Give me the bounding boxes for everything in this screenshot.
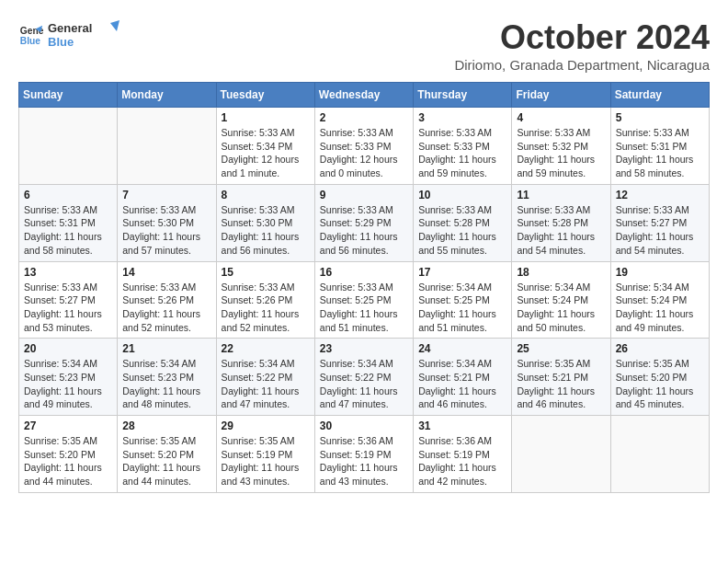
day-number: 20 bbox=[24, 342, 112, 355]
day-number: 12 bbox=[616, 189, 704, 201]
day-info: Sunrise: 5:33 AM Sunset: 5:25 PM Dayligh… bbox=[320, 281, 408, 335]
day-number: 21 bbox=[122, 342, 210, 355]
calendar-cell: 3Sunrise: 5:33 AM Sunset: 5:33 PM Daylig… bbox=[414, 108, 512, 185]
calendar-cell: 31Sunrise: 5:36 AM Sunset: 5:19 PM Dayli… bbox=[414, 416, 512, 493]
calendar-cell: 16Sunrise: 5:33 AM Sunset: 5:25 PM Dayli… bbox=[314, 261, 413, 339]
calendar-body: 1Sunrise: 5:33 AM Sunset: 5:34 PM Daylig… bbox=[19, 108, 710, 493]
day-info: Sunrise: 5:34 AM Sunset: 5:23 PM Dayligh… bbox=[24, 357, 112, 411]
day-info: Sunrise: 5:33 AM Sunset: 5:34 PM Dayligh… bbox=[222, 126, 310, 180]
day-number: 19 bbox=[616, 266, 704, 279]
svg-marker-5 bbox=[110, 20, 119, 31]
logo: General Blue General Blue bbox=[18, 18, 121, 52]
day-info: Sunrise: 5:33 AM Sunset: 5:30 PM Dayligh… bbox=[222, 203, 310, 258]
day-info: Sunrise: 5:33 AM Sunset: 5:28 PM Dayligh… bbox=[517, 203, 605, 258]
calendar-cell: 20Sunrise: 5:34 AM Sunset: 5:23 PM Dayli… bbox=[19, 339, 118, 416]
day-number: 11 bbox=[517, 189, 605, 201]
day-number: 24 bbox=[418, 342, 506, 355]
calendar-cell: 8Sunrise: 5:33 AM Sunset: 5:30 PM Daylig… bbox=[216, 184, 314, 261]
day-info: Sunrise: 5:33 AM Sunset: 5:26 PM Dayligh… bbox=[122, 281, 210, 335]
calendar-cell: 21Sunrise: 5:34 AM Sunset: 5:23 PM Dayli… bbox=[118, 339, 216, 416]
calendar-cell: 18Sunrise: 5:34 AM Sunset: 5:24 PM Dayli… bbox=[512, 261, 610, 339]
day-number: 13 bbox=[24, 266, 112, 279]
calendar-cell: 2Sunrise: 5:33 AM Sunset: 5:33 PM Daylig… bbox=[314, 108, 413, 185]
calendar-cell: 6Sunrise: 5:33 AM Sunset: 5:31 PM Daylig… bbox=[19, 184, 118, 261]
day-info: Sunrise: 5:36 AM Sunset: 5:19 PM Dayligh… bbox=[320, 434, 408, 488]
day-number: 7 bbox=[122, 189, 210, 201]
calendar-cell: 1Sunrise: 5:33 AM Sunset: 5:34 PM Daylig… bbox=[216, 108, 314, 185]
day-number: 2 bbox=[320, 111, 408, 124]
day-info: Sunrise: 5:33 AM Sunset: 5:32 PM Dayligh… bbox=[517, 126, 605, 180]
day-header-sunday: Sunday bbox=[19, 83, 118, 108]
day-info: Sunrise: 5:33 AM Sunset: 5:27 PM Dayligh… bbox=[24, 281, 112, 335]
day-info: Sunrise: 5:34 AM Sunset: 5:23 PM Dayligh… bbox=[122, 357, 210, 411]
day-info: Sunrise: 5:35 AM Sunset: 5:20 PM Dayligh… bbox=[24, 434, 112, 488]
calendar-cell bbox=[118, 108, 216, 185]
day-info: Sunrise: 5:33 AM Sunset: 5:30 PM Dayligh… bbox=[122, 203, 210, 258]
calendar-cell bbox=[19, 108, 118, 185]
day-info: Sunrise: 5:34 AM Sunset: 5:22 PM Dayligh… bbox=[222, 357, 310, 411]
calendar-cell: 30Sunrise: 5:36 AM Sunset: 5:19 PM Dayli… bbox=[314, 416, 413, 493]
day-number: 23 bbox=[320, 342, 408, 355]
day-info: Sunrise: 5:33 AM Sunset: 5:33 PM Dayligh… bbox=[418, 126, 506, 180]
day-info: Sunrise: 5:36 AM Sunset: 5:19 PM Dayligh… bbox=[418, 434, 506, 488]
day-number: 4 bbox=[517, 111, 605, 124]
day-number: 5 bbox=[616, 111, 704, 124]
day-header-tuesday: Tuesday bbox=[216, 83, 314, 108]
svg-text:Blue: Blue bbox=[48, 35, 74, 49]
svg-text:General: General bbox=[48, 21, 92, 35]
calendar-cell: 9Sunrise: 5:33 AM Sunset: 5:29 PM Daylig… bbox=[314, 184, 413, 261]
calendar-cell: 25Sunrise: 5:35 AM Sunset: 5:21 PM Dayli… bbox=[512, 339, 610, 416]
day-number: 14 bbox=[122, 266, 210, 279]
day-number: 31 bbox=[418, 419, 506, 432]
day-info: Sunrise: 5:34 AM Sunset: 5:21 PM Dayligh… bbox=[418, 357, 506, 411]
calendar-header-row: SundayMondayTuesdayWednesdayThursdayFrid… bbox=[19, 83, 710, 108]
logo-icon: General Blue bbox=[18, 22, 44, 48]
day-info: Sunrise: 5:33 AM Sunset: 5:27 PM Dayligh… bbox=[616, 203, 704, 258]
day-info: Sunrise: 5:34 AM Sunset: 5:24 PM Dayligh… bbox=[517, 281, 605, 335]
calendar-cell: 13Sunrise: 5:33 AM Sunset: 5:27 PM Dayli… bbox=[19, 261, 118, 339]
calendar-cell: 27Sunrise: 5:35 AM Sunset: 5:20 PM Dayli… bbox=[19, 416, 118, 493]
calendar-week-row: 13Sunrise: 5:33 AM Sunset: 5:27 PM Dayli… bbox=[19, 261, 710, 339]
calendar-cell: 12Sunrise: 5:33 AM Sunset: 5:27 PM Dayli… bbox=[610, 184, 709, 261]
calendar-table: SundayMondayTuesdayWednesdayThursdayFrid… bbox=[18, 82, 710, 493]
day-number: 28 bbox=[122, 419, 210, 432]
day-info: Sunrise: 5:34 AM Sunset: 5:22 PM Dayligh… bbox=[320, 357, 408, 411]
calendar-cell: 23Sunrise: 5:34 AM Sunset: 5:22 PM Dayli… bbox=[314, 339, 413, 416]
day-number: 8 bbox=[222, 189, 310, 201]
calendar-cell: 14Sunrise: 5:33 AM Sunset: 5:26 PM Dayli… bbox=[118, 261, 216, 339]
day-number: 16 bbox=[320, 266, 408, 279]
day-info: Sunrise: 5:34 AM Sunset: 5:24 PM Dayligh… bbox=[616, 281, 704, 335]
calendar-cell: 10Sunrise: 5:33 AM Sunset: 5:28 PM Dayli… bbox=[414, 184, 512, 261]
day-header-wednesday: Wednesday bbox=[314, 83, 413, 108]
page-header: General Blue General Blue October 2024 D… bbox=[18, 18, 710, 73]
month-title: October 2024 bbox=[454, 18, 710, 57]
calendar-cell: 22Sunrise: 5:34 AM Sunset: 5:22 PM Dayli… bbox=[216, 339, 314, 416]
day-number: 18 bbox=[517, 266, 605, 279]
day-info: Sunrise: 5:33 AM Sunset: 5:33 PM Dayligh… bbox=[320, 126, 408, 180]
day-info: Sunrise: 5:34 AM Sunset: 5:25 PM Dayligh… bbox=[418, 281, 506, 335]
calendar-cell: 19Sunrise: 5:34 AM Sunset: 5:24 PM Dayli… bbox=[610, 261, 709, 339]
day-number: 26 bbox=[616, 342, 704, 355]
calendar-cell: 5Sunrise: 5:33 AM Sunset: 5:31 PM Daylig… bbox=[610, 108, 709, 185]
day-header-saturday: Saturday bbox=[610, 83, 709, 108]
svg-text:Blue: Blue bbox=[20, 36, 41, 46]
calendar-cell: 11Sunrise: 5:33 AM Sunset: 5:28 PM Dayli… bbox=[512, 184, 610, 261]
day-info: Sunrise: 5:33 AM Sunset: 5:28 PM Dayligh… bbox=[418, 203, 506, 258]
day-info: Sunrise: 5:33 AM Sunset: 5:31 PM Dayligh… bbox=[24, 203, 112, 258]
calendar-cell: 28Sunrise: 5:35 AM Sunset: 5:20 PM Dayli… bbox=[118, 416, 216, 493]
day-number: 6 bbox=[24, 189, 112, 201]
day-info: Sunrise: 5:35 AM Sunset: 5:20 PM Dayligh… bbox=[616, 357, 704, 411]
day-info: Sunrise: 5:33 AM Sunset: 5:29 PM Dayligh… bbox=[320, 203, 408, 258]
day-number: 17 bbox=[418, 266, 506, 279]
logo-svg: General Blue bbox=[48, 18, 121, 52]
calendar-cell: 15Sunrise: 5:33 AM Sunset: 5:26 PM Dayli… bbox=[216, 261, 314, 339]
day-number: 22 bbox=[222, 342, 310, 355]
calendar-cell: 26Sunrise: 5:35 AM Sunset: 5:20 PM Dayli… bbox=[610, 339, 709, 416]
calendar-week-row: 6Sunrise: 5:33 AM Sunset: 5:31 PM Daylig… bbox=[19, 184, 710, 261]
day-header-monday: Monday bbox=[118, 83, 216, 108]
calendar-cell: 7Sunrise: 5:33 AM Sunset: 5:30 PM Daylig… bbox=[118, 184, 216, 261]
day-number: 1 bbox=[222, 111, 310, 124]
calendar-cell: 29Sunrise: 5:35 AM Sunset: 5:19 PM Dayli… bbox=[216, 416, 314, 493]
title-area: October 2024 Diriomo, Granada Department… bbox=[454, 18, 710, 73]
day-number: 27 bbox=[24, 419, 112, 432]
